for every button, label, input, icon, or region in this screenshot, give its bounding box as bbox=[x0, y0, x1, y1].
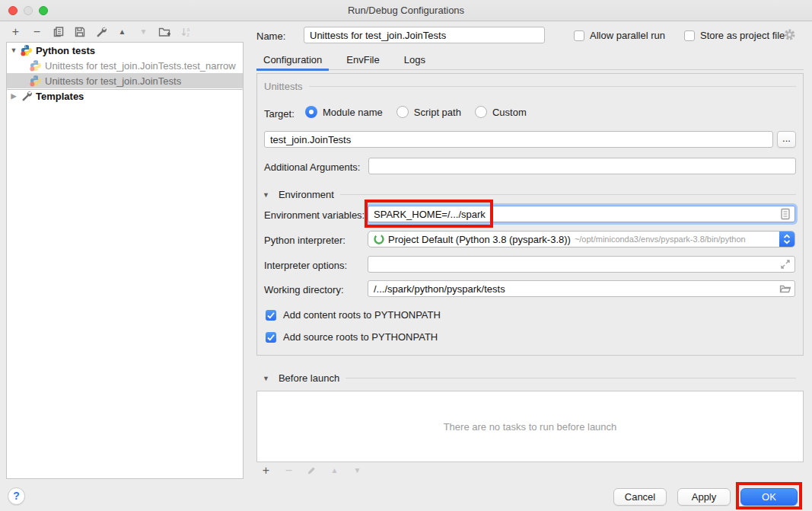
target-option-module-name[interactable]: Module name bbox=[305, 106, 383, 118]
before-launch-header-label: Before launch bbox=[279, 372, 339, 384]
radio-unselected-icon[interactable] bbox=[475, 106, 487, 118]
help-button[interactable]: ? bbox=[8, 487, 25, 505]
move-up-button[interactable]: ▲ bbox=[116, 26, 129, 39]
interpreter-options-label: Interpreter options: bbox=[264, 260, 347, 271]
ok-button[interactable]: OK bbox=[740, 488, 798, 506]
python-interpreter-label: Python interpreter: bbox=[264, 235, 345, 246]
name-label: Name: bbox=[256, 30, 285, 42]
before-launch-section-header[interactable]: ▼ Before launch bbox=[263, 372, 796, 384]
move-task-down-button: ▼ bbox=[351, 464, 364, 477]
group-divider-line bbox=[309, 86, 796, 87]
expand-field-icon[interactable] bbox=[779, 258, 791, 270]
remove-icon: − bbox=[285, 465, 292, 477]
working-directory-input[interactable] bbox=[368, 280, 795, 297]
chevron-down-icon[interactable]: ▼ bbox=[263, 191, 269, 199]
interpreter-value: Project Default (Python 3.8 (pyspark-3.8… bbox=[388, 234, 571, 245]
group-divider-line bbox=[340, 194, 796, 195]
tree-item-templates[interactable]: ▶ Templates bbox=[7, 88, 243, 104]
tree-item-label: Unittests for test_join.JoinTests bbox=[45, 75, 181, 87]
store-as-project-file-option[interactable]: Store as project file bbox=[684, 30, 785, 41]
tab-configuration[interactable]: Configuration bbox=[256, 50, 329, 70]
target-input[interactable] bbox=[264, 131, 773, 148]
new-folder-icon bbox=[158, 26, 171, 38]
radio-label: Custom bbox=[492, 107, 527, 118]
radio-label: Script path bbox=[414, 107, 461, 118]
allow-parallel-run-label: Allow parallel run bbox=[590, 30, 665, 41]
move-down-icon: ▼ bbox=[354, 467, 361, 474]
title-bar: Run/Debug Configurations bbox=[0, 0, 812, 21]
browse-target-button[interactable]: ... bbox=[777, 131, 796, 148]
remove-configuration-button[interactable]: − bbox=[30, 26, 43, 39]
tab-logs[interactable]: Logs bbox=[397, 50, 432, 70]
svg-text:z: z bbox=[186, 32, 189, 37]
tab-bar: Configuration EnvFile Logs bbox=[256, 50, 804, 70]
move-up-icon: ▲ bbox=[331, 467, 339, 474]
additional-arguments-label: Additional Arguments: bbox=[264, 161, 360, 173]
configurations-toolbar: + − ▲ ▼ bbox=[9, 24, 193, 40]
before-launch-empty-text: There are no tasks to run before launch bbox=[444, 421, 617, 433]
cancel-button[interactable]: Cancel bbox=[613, 488, 667, 506]
copy-icon bbox=[53, 26, 65, 38]
edit-task-button bbox=[305, 464, 318, 477]
unittests-group-label: Unittests bbox=[264, 81, 303, 92]
browse-folder-icon[interactable] bbox=[779, 283, 791, 295]
target-option-custom[interactable]: Custom bbox=[475, 106, 527, 118]
checked-checkbox-icon[interactable] bbox=[266, 310, 276, 321]
radio-unselected-icon[interactable] bbox=[396, 106, 409, 118]
store-as-project-file-label: Store as project file bbox=[700, 30, 785, 41]
edit-templates-button[interactable] bbox=[94, 26, 107, 39]
store-as-project-file-checkbox[interactable] bbox=[684, 30, 695, 41]
chevron-down-icon[interactable]: ▼ bbox=[7, 46, 21, 54]
add-icon: + bbox=[12, 26, 19, 38]
interpreter-options-input[interactable] bbox=[368, 256, 795, 273]
additional-arguments-input[interactable] bbox=[368, 158, 796, 174]
add-task-button[interactable]: + bbox=[260, 464, 272, 477]
remove-task-button: − bbox=[282, 464, 295, 477]
copy-configuration-button[interactable] bbox=[52, 26, 65, 39]
move-task-up-button: ▲ bbox=[328, 464, 341, 477]
environment-variables-input[interactable] bbox=[368, 206, 795, 222]
add-source-roots-option[interactable]: Add source roots to PYTHONPATH bbox=[266, 331, 438, 343]
before-launch-task-list[interactable]: There are no tasks to run before launch bbox=[256, 391, 804, 462]
before-launch-toolbar: + − ▲ ▼ bbox=[260, 464, 364, 477]
save-configuration-button[interactable] bbox=[73, 26, 86, 39]
add-source-roots-label: Add source roots to PYTHONPATH bbox=[283, 331, 438, 343]
python-tests-icon bbox=[21, 44, 33, 56]
radio-selected-icon[interactable] bbox=[305, 106, 317, 118]
save-icon bbox=[74, 26, 86, 38]
interpreter-dropdown-button[interactable] bbox=[779, 232, 794, 247]
radio-label: Module name bbox=[323, 107, 383, 118]
edit-pencil-icon bbox=[306, 465, 317, 476]
group-divider-line bbox=[345, 378, 796, 378]
browse-variables-icon[interactable] bbox=[779, 208, 791, 220]
apply-button[interactable]: Apply bbox=[677, 488, 731, 506]
gear-icon[interactable] bbox=[783, 28, 796, 41]
add-content-roots-option[interactable]: Add content roots to PYTHONPATH bbox=[266, 309, 441, 321]
svg-text:a: a bbox=[186, 27, 189, 32]
tree-item-label: Python tests bbox=[36, 45, 95, 56]
tree-group-divider bbox=[7, 89, 243, 90]
tree-item-unittests-narrow[interactable]: Unittests for test_join.JoinTests.test_n… bbox=[7, 58, 243, 73]
new-folder-button[interactable] bbox=[158, 26, 171, 39]
target-option-script-path[interactable]: Script path bbox=[396, 106, 461, 118]
allow-parallel-run-option[interactable]: Allow parallel run bbox=[574, 30, 665, 41]
window-title: Run/Debug Configurations bbox=[0, 5, 812, 16]
tree-item-unittests-jointests[interactable]: Unittests for test_join.JoinTests bbox=[7, 73, 243, 88]
add-configuration-button[interactable]: + bbox=[9, 26, 22, 39]
chevron-down-icon[interactable]: ▼ bbox=[263, 375, 269, 382]
environment-section-header[interactable]: ▼ Environment bbox=[263, 189, 796, 200]
tab-envfile[interactable]: EnvFile bbox=[339, 50, 386, 70]
name-input[interactable] bbox=[304, 27, 545, 43]
unittests-group-header: Unittests bbox=[264, 81, 796, 92]
python-interpreter-select[interactable]: Project Default (Python 3.8 (pyspark-3.8… bbox=[368, 231, 795, 248]
remove-icon: − bbox=[33, 26, 40, 38]
templates-wrench-icon bbox=[21, 90, 33, 102]
chevron-right-icon[interactable]: ▶ bbox=[7, 92, 21, 100]
move-down-icon: ▼ bbox=[140, 28, 148, 36]
environment-variables-label: Environment variables: bbox=[264, 209, 365, 221]
tree-item-python-tests[interactable]: ▼ Python tests bbox=[7, 43, 243, 58]
conda-environment-icon bbox=[373, 233, 385, 245]
checked-checkbox-icon[interactable] bbox=[266, 332, 276, 343]
interpreter-path: ~/opt/miniconda3/envs/pyspark-3.8/bin/py… bbox=[575, 235, 779, 244]
allow-parallel-run-checkbox[interactable] bbox=[574, 30, 584, 41]
